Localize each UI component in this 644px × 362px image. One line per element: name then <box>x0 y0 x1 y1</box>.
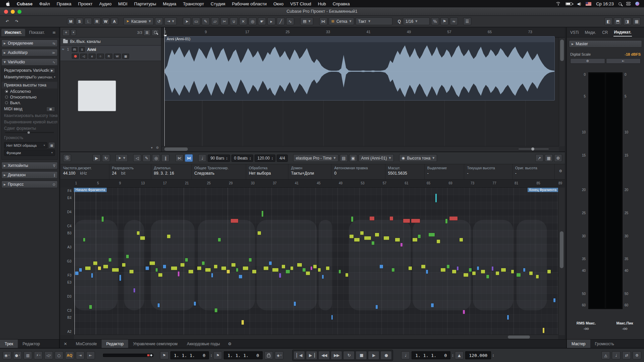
variaudio-segment[interactable] <box>507 315 509 320</box>
variaudio-segment[interactable] <box>486 275 489 279</box>
event-display-zone[interactable]: 191725334149576573 Anni (Anni-01) <box>162 27 565 152</box>
info-3[interactable]: Общее Транспонир.Следовать <box>192 164 246 179</box>
snap-type-icon[interactable]: ⋉ <box>175 154 183 162</box>
retrospective-record-button[interactable]: ⚡▾ <box>34 351 43 359</box>
menu-item-8[interactable]: Транспорт <box>180 1 208 6</box>
variaudio-segment[interactable] <box>167 235 170 238</box>
variaudio-segment[interactable] <box>252 270 256 274</box>
editor-layout-icon[interactable]: ▦ <box>545 154 553 162</box>
info-10[interactable]: Ориг. высота- <box>513 164 555 179</box>
variaudio-segment[interactable] <box>553 298 555 302</box>
variaudio-segment[interactable] <box>294 302 296 306</box>
variaudio-segment[interactable] <box>445 219 447 224</box>
info-5[interactable]: ДоменТакты+Доли <box>288 164 332 179</box>
snap-type-dropdown[interactable]: ⊞Сетка▼ <box>329 17 354 25</box>
menu-item-13[interactable]: Hub <box>315 1 329 6</box>
variaudio-segment[interactable] <box>375 233 379 237</box>
variaudio-segment[interactable] <box>137 231 140 235</box>
info-8[interactable]: Выделение- <box>425 164 465 179</box>
left-locator-display[interactable]: 1. 1. 1. 0 <box>170 351 209 359</box>
grid-display-icon[interactable]: ▤ <box>340 154 348 162</box>
volume-icon[interactable]: ◀) <box>577 2 581 6</box>
locate-lock-button[interactable] <box>264 351 273 359</box>
variaudio-segment[interactable] <box>264 266 268 270</box>
listen-all-button[interactable]: L <box>85 18 92 25</box>
right-zone-tab-3[interactable]: Индикат. <box>613 28 632 37</box>
segment-end-flag[interactable]: Конец Фрагмента <box>528 188 558 192</box>
section-variaudio[interactable]: ▼ VariAudio ∿ <box>1 58 58 66</box>
variaudio-segment[interactable] <box>75 272 78 275</box>
variaudio-segment[interactable] <box>429 233 435 237</box>
freeze-button[interactable]: ○ <box>97 54 104 59</box>
metronome-small-icon[interactable]: ▲ <box>455 351 464 359</box>
editor-setup-icon[interactable]: ⚙ <box>554 154 562 162</box>
tempo-display[interactable]: 120.000 <box>465 351 491 359</box>
left-locator-flag-icon[interactable]: ⚑ <box>160 351 169 359</box>
input-activity-button[interactable]: ○ <box>55 351 63 359</box>
variaudio-segment[interactable] <box>431 303 434 307</box>
variaudio-segment[interactable] <box>89 305 92 309</box>
midi-sample-grid-button[interactable]: ▦ <box>48 142 55 148</box>
inspector-section-bottom-2[interactable]: ▶Процесс⊙ <box>1 181 58 188</box>
track-name[interactable]: Anni <box>87 47 96 52</box>
meter-settings-icon[interactable]: ⚙ <box>570 58 605 64</box>
right-zone-bottom-tab-0[interactable]: Мастер <box>567 340 590 348</box>
write-button[interactable]: W <box>114 54 121 59</box>
track-picture-box[interactable] <box>78 80 116 111</box>
lower-zone-close-icon[interactable]: ✕ <box>60 340 71 348</box>
add-track-button[interactable]: + <box>62 29 70 36</box>
master-section-bar[interactable]: ▶ Master <box>569 40 642 48</box>
siri-icon[interactable] <box>635 2 639 6</box>
lower-zone-tab-1[interactable]: Редактор <box>102 340 128 348</box>
variaudio-segment[interactable] <box>258 231 261 235</box>
variaudio-segment[interactable] <box>189 270 193 274</box>
variaudio-segment[interactable] <box>227 270 230 274</box>
variaudio-segment[interactable] <box>126 255 129 258</box>
snap-on-icon[interactable]: ⋈ <box>185 154 193 162</box>
redo-icon[interactable]: ↷ <box>13 17 21 25</box>
variaudio-segment[interactable] <box>83 238 85 242</box>
infoline-setup-icon[interactable]: ⚙ <box>559 169 562 173</box>
left-zone-toggle[interactable]: ◧ <box>604 17 612 25</box>
cycle-button[interactable]: ↻ <box>343 351 355 360</box>
right-zone-tab-2[interactable]: CR <box>601 29 608 36</box>
functions-dropdown[interactable]: Функции▾ <box>4 149 55 156</box>
markers-button[interactable]: ◈▾ <box>275 351 283 359</box>
editor-vertical-scrollbar[interactable] <box>558 188 565 335</box>
inspector-section-bottom-1[interactable]: ▶Диапазон∥ <box>1 171 58 179</box>
lower-zone-tab-3[interactable]: Аккордовые пэды <box>182 340 224 348</box>
menu-item-12[interactable]: VST Cloud <box>287 1 315 6</box>
audio-warp-icon[interactable]: ≈ <box>450 17 458 25</box>
editor-ruler[interactable]: 1591317212529333741454953576165697377818… <box>74 180 558 188</box>
position-display[interactable]: 1. 1. 1. 0 <box>412 351 450 359</box>
variaudio-segment[interactable] <box>286 270 290 274</box>
variaudio-segment[interactable] <box>469 268 472 272</box>
variaudio-segment[interactable] <box>413 238 417 242</box>
variaudio-segment[interactable] <box>460 238 463 242</box>
menu-item-7[interactable]: Медиа <box>160 1 180 6</box>
variaudio-segment[interactable] <box>156 268 158 272</box>
forward-button[interactable]: ▶▶ <box>331 351 342 360</box>
iterative-quantize-icon[interactable]: % <box>431 17 439 25</box>
info-6[interactable]: Автономная правка0 <box>331 164 385 179</box>
insert-mode-dropdown[interactable]: ⇥▼ <box>164 17 177 25</box>
variaudio-segment[interactable] <box>501 268 506 272</box>
inspector-section-0[interactable]: ▶Определение⇆ <box>1 40 58 47</box>
variaudio-segment[interactable] <box>221 266 226 270</box>
record-enable-button[interactable] <box>72 54 79 59</box>
menu-item-2[interactable]: Правка <box>53 1 75 6</box>
variaudio-segment[interactable] <box>441 268 445 272</box>
inspector-section-bottom-0[interactable]: ▶Хитпойнты∇ <box>1 162 58 169</box>
midi-input-row[interactable]: MIDI ввод ▦ <box>2 106 57 112</box>
variaudio-segment[interactable] <box>472 272 476 275</box>
variaudio-segment[interactable] <box>364 236 371 240</box>
right-zone-tab-1[interactable]: Меди. <box>584 29 597 36</box>
glue-tool[interactable]: ∪ <box>230 17 238 25</box>
variaudio-segment[interactable] <box>403 219 410 223</box>
variaudio-segment[interactable] <box>523 268 525 272</box>
right-locator-display[interactable]: 1. 1. 1. 0 <box>224 351 263 359</box>
variaudio-segment[interactable] <box>360 231 364 235</box>
variaudio-segment[interactable] <box>102 217 104 222</box>
variaudio-segment[interactable] <box>318 268 321 272</box>
variaudio-segment[interactable] <box>129 270 133 274</box>
